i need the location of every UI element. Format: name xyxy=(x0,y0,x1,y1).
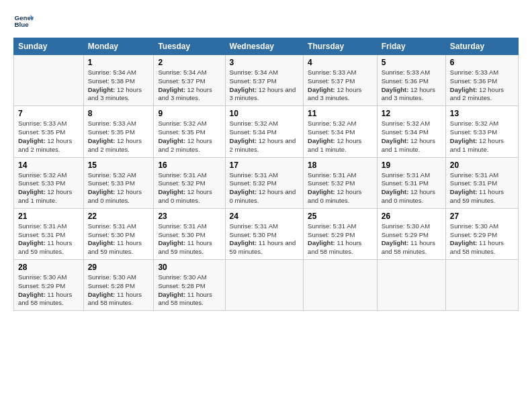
day-number: 1 xyxy=(88,58,150,67)
calendar-cell: 8Sunrise: 5:33 AMSunset: 5:35 PMDaylight… xyxy=(83,106,154,157)
day-detail: Sunrise: 5:34 AMSunset: 5:38 PMDaylight:… xyxy=(88,68,150,103)
day-detail: Sunrise: 5:33 AMSunset: 5:36 PMDaylight:… xyxy=(450,68,514,103)
day-number: 7 xyxy=(18,109,79,118)
col-header-saturday: Saturday xyxy=(445,38,518,55)
day-detail: Sunrise: 5:33 AMSunset: 5:37 PMDaylight:… xyxy=(308,68,373,103)
calendar-cell: 24Sunrise: 5:31 AMSunset: 5:30 PMDayligh… xyxy=(225,208,304,259)
day-detail: Sunrise: 5:32 AMSunset: 5:34 PMDaylight:… xyxy=(308,120,373,154)
calendar-cell: 7Sunrise: 5:33 AMSunset: 5:35 PMDaylight… xyxy=(14,106,84,157)
calendar-cell: 30Sunrise: 5:30 AMSunset: 5:28 PMDayligh… xyxy=(154,260,225,311)
col-header-tuesday: Tuesday xyxy=(154,38,225,55)
calendar-cell: 6Sunrise: 5:33 AMSunset: 5:36 PMDaylight… xyxy=(445,55,518,106)
calendar-cell: 14Sunrise: 5:32 AMSunset: 5:33 PMDayligh… xyxy=(14,157,84,208)
day-number: 12 xyxy=(382,109,441,118)
day-number: 6 xyxy=(450,58,514,67)
calendar-table: SundayMondayTuesdayWednesdayThursdayFrid… xyxy=(13,38,519,311)
calendar-cell: 19Sunrise: 5:31 AMSunset: 5:31 PMDayligh… xyxy=(377,157,445,208)
day-detail: Sunrise: 5:30 AMSunset: 5:29 PMDaylight:… xyxy=(450,222,514,257)
day-detail: Sunrise: 5:32 AMSunset: 5:33 PMDaylight:… xyxy=(18,171,79,205)
day-detail: Sunrise: 5:31 AMSunset: 5:31 PMDaylight:… xyxy=(450,171,514,205)
calendar-cell: 4Sunrise: 5:33 AMSunset: 5:37 PMDaylight… xyxy=(304,55,378,106)
day-detail: Sunrise: 5:32 AMSunset: 5:34 PMDaylight:… xyxy=(382,120,441,154)
calendar-cell: 29Sunrise: 5:30 AMSunset: 5:28 PMDayligh… xyxy=(83,260,154,311)
calendar-cell: 5Sunrise: 5:33 AMSunset: 5:36 PMDaylight… xyxy=(377,55,445,106)
day-number: 22 xyxy=(88,212,150,221)
day-number: 24 xyxy=(230,212,300,221)
day-number: 18 xyxy=(308,161,373,170)
day-number: 26 xyxy=(382,212,441,221)
day-detail: Sunrise: 5:31 AMSunset: 5:32 PMDaylight:… xyxy=(158,171,220,205)
svg-text:Blue: Blue xyxy=(15,21,30,28)
day-number: 13 xyxy=(450,109,514,118)
col-header-thursday: Thursday xyxy=(304,38,378,55)
day-number: 14 xyxy=(18,161,79,170)
day-detail: Sunrise: 5:31 AMSunset: 5:30 PMDaylight:… xyxy=(158,222,220,257)
calendar-cell: 27Sunrise: 5:30 AMSunset: 5:29 PMDayligh… xyxy=(445,208,518,259)
day-detail: Sunrise: 5:33 AMSunset: 5:36 PMDaylight:… xyxy=(382,68,441,103)
calendar-cell: 18Sunrise: 5:31 AMSunset: 5:32 PMDayligh… xyxy=(304,157,378,208)
day-number: 30 xyxy=(158,263,220,272)
day-number: 17 xyxy=(230,161,300,170)
calendar-cell xyxy=(14,55,84,106)
day-number: 23 xyxy=(158,212,220,221)
day-detail: Sunrise: 5:31 AMSunset: 5:32 PMDaylight:… xyxy=(308,171,373,205)
calendar-cell: 2Sunrise: 5:34 AMSunset: 5:37 PMDaylight… xyxy=(154,55,225,106)
day-number: 29 xyxy=(88,263,150,272)
calendar-cell: 17Sunrise: 5:31 AMSunset: 5:32 PMDayligh… xyxy=(225,157,304,208)
calendar-cell: 12Sunrise: 5:32 AMSunset: 5:34 PMDayligh… xyxy=(377,106,445,157)
calendar-cell: 21Sunrise: 5:31 AMSunset: 5:31 PMDayligh… xyxy=(14,208,84,259)
calendar-cell: 15Sunrise: 5:32 AMSunset: 5:33 PMDayligh… xyxy=(83,157,154,208)
calendar-cell: 3Sunrise: 5:34 AMSunset: 5:37 PMDaylight… xyxy=(225,55,304,106)
day-number: 21 xyxy=(18,212,79,221)
calendar-cell: 25Sunrise: 5:31 AMSunset: 5:29 PMDayligh… xyxy=(304,208,378,259)
day-number: 5 xyxy=(382,58,441,67)
calendar-cell: 13Sunrise: 5:32 AMSunset: 5:33 PMDayligh… xyxy=(445,106,518,157)
calendar-cell xyxy=(304,260,378,311)
calendar-cell: 26Sunrise: 5:30 AMSunset: 5:29 PMDayligh… xyxy=(377,208,445,259)
calendar-cell: 16Sunrise: 5:31 AMSunset: 5:32 PMDayligh… xyxy=(154,157,225,208)
day-number: 10 xyxy=(230,109,300,118)
day-detail: Sunrise: 5:31 AMSunset: 5:30 PMDaylight:… xyxy=(230,222,300,257)
day-detail: Sunrise: 5:34 AMSunset: 5:37 PMDaylight:… xyxy=(230,68,300,103)
day-detail: Sunrise: 5:31 AMSunset: 5:29 PMDaylight:… xyxy=(308,222,373,257)
logo-icon: General Blue xyxy=(13,11,34,31)
col-header-friday: Friday xyxy=(377,38,445,55)
day-number: 16 xyxy=(158,161,220,170)
day-detail: Sunrise: 5:31 AMSunset: 5:31 PMDaylight:… xyxy=(382,171,441,205)
calendar-cell: 20Sunrise: 5:31 AMSunset: 5:31 PMDayligh… xyxy=(445,157,518,208)
calendar-cell: 10Sunrise: 5:32 AMSunset: 5:34 PMDayligh… xyxy=(225,106,304,157)
calendar-cell: 23Sunrise: 5:31 AMSunset: 5:30 PMDayligh… xyxy=(154,208,225,259)
day-detail: Sunrise: 5:30 AMSunset: 5:29 PMDaylight:… xyxy=(18,273,79,308)
calendar-cell: 1Sunrise: 5:34 AMSunset: 5:38 PMDaylight… xyxy=(83,55,154,106)
day-detail: Sunrise: 5:31 AMSunset: 5:31 PMDaylight:… xyxy=(18,222,79,257)
col-header-wednesday: Wednesday xyxy=(225,38,304,55)
day-number: 2 xyxy=(158,58,220,67)
col-header-sunday: Sunday xyxy=(14,38,84,55)
day-number: 27 xyxy=(450,212,514,221)
calendar-cell: 9Sunrise: 5:32 AMSunset: 5:35 PMDaylight… xyxy=(154,106,225,157)
day-detail: Sunrise: 5:33 AMSunset: 5:35 PMDaylight:… xyxy=(18,120,79,154)
day-detail: Sunrise: 5:34 AMSunset: 5:37 PMDaylight:… xyxy=(158,68,220,103)
col-header-monday: Monday xyxy=(83,38,154,55)
day-number: 20 xyxy=(450,161,514,170)
day-detail: Sunrise: 5:30 AMSunset: 5:28 PMDaylight:… xyxy=(88,273,150,308)
day-number: 28 xyxy=(18,263,79,272)
calendar-cell xyxy=(225,260,304,311)
header: General Blue xyxy=(13,11,519,31)
day-number: 15 xyxy=(88,161,150,170)
calendar-cell: 11Sunrise: 5:32 AMSunset: 5:34 PMDayligh… xyxy=(304,106,378,157)
calendar-cell xyxy=(445,260,518,311)
day-number: 25 xyxy=(308,212,373,221)
calendar-cell: 28Sunrise: 5:30 AMSunset: 5:29 PMDayligh… xyxy=(14,260,84,311)
day-detail: Sunrise: 5:33 AMSunset: 5:35 PMDaylight:… xyxy=(88,120,150,154)
logo: General Blue xyxy=(13,11,36,31)
day-detail: Sunrise: 5:32 AMSunset: 5:33 PMDaylight:… xyxy=(450,120,514,154)
day-detail: Sunrise: 5:31 AMSunset: 5:30 PMDaylight:… xyxy=(88,222,150,257)
day-number: 8 xyxy=(88,109,150,118)
day-number: 11 xyxy=(308,109,373,118)
day-detail: Sunrise: 5:30 AMSunset: 5:28 PMDaylight:… xyxy=(158,273,220,308)
day-detail: Sunrise: 5:30 AMSunset: 5:29 PMDaylight:… xyxy=(382,222,441,257)
day-detail: Sunrise: 5:31 AMSunset: 5:32 PMDaylight:… xyxy=(230,171,300,205)
day-number: 3 xyxy=(230,58,300,67)
calendar-cell xyxy=(377,260,445,311)
